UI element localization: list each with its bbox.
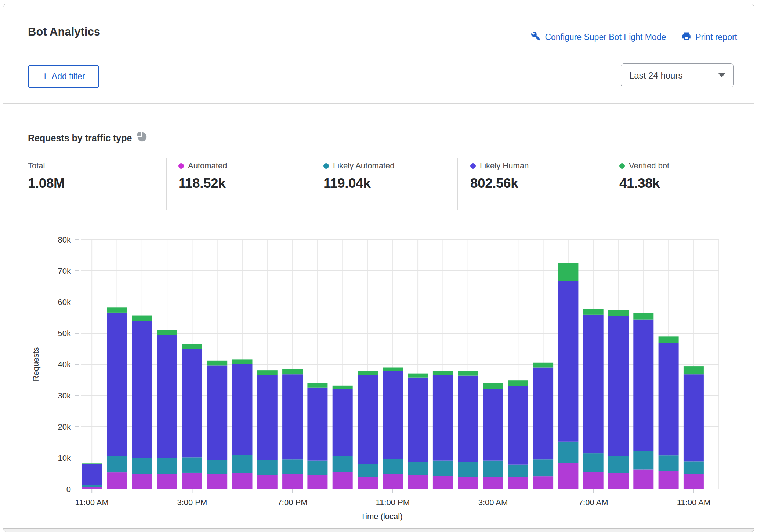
y-axis-tick-label: 70k [58,266,71,276]
bar-segment-verified-bot [583,309,604,315]
stat-verified-bot-label: Verified bot [629,161,669,171]
bar-segment-likely-automated [659,455,679,471]
bar-segment-verified-bot [232,359,253,364]
bar-segment-verified-bot [333,386,353,389]
bar-segment-automated [558,463,578,489]
bar-segment-likely-automated [157,458,177,474]
bar-segment-verified-bot [508,380,528,386]
chevron-down-icon [718,73,725,77]
x-axis-tick-label: 3:00 AM [478,498,508,507]
bar-segment-verified-bot [433,371,453,375]
bar-segment-verified-bot [684,366,704,374]
bar-segment-verified-bot [608,310,629,316]
bar-segment-likely-automated [583,453,604,472]
stat-likely-automated-value: 119.04k [323,176,395,191]
y-axis-tick-label: 20k [58,422,71,431]
bar-segment-verified-bot [82,463,102,464]
pie-chart-icon [137,132,147,144]
bar-segment-automated [232,473,253,489]
bar-segment-likely-human [558,281,578,442]
bar-segment-automated [182,473,202,489]
wrench-icon [531,31,541,43]
time-range-select[interactable]: Last 24 hours [621,63,734,87]
bar-segment-likely-automated [232,455,253,473]
bar-segment-likely-human [82,464,102,485]
bar-segment-likely-human [132,321,152,458]
traffic-type-stacked-bar-chart: 010k20k30k40k50k60k70k80k11:00 AM3:00 PM… [3,221,754,521]
bar-segment-verified-bot [157,330,177,335]
bar-segment-likely-automated [533,459,553,476]
y-axis-tick-label: 0 [66,485,71,494]
bar-segment-automated [684,474,704,489]
stat-likely-human-label: Likely Human [480,161,529,171]
stat-divider [166,158,167,210]
bar-segment-likely-automated [132,458,152,474]
bar-segment-verified-bot [533,363,553,368]
bar-segment-likely-automated [558,442,578,463]
bar-segment-automated [458,477,478,489]
stat-total-label: Total [28,161,45,171]
bar-segment-likely-human [383,371,403,459]
bar-segment-likely-human [107,313,127,456]
stat-verified-bot-value: 41.38k [619,176,669,191]
stat-likely-automated-label: Likely Automated [333,161,395,171]
bar-segment-likely-human [608,316,629,456]
stat-likely-automated: Likely Automated 119.04k [323,161,395,191]
bar-segment-likely-automated [307,461,327,475]
bar-segment-automated [282,474,303,489]
bar-segment-automated [533,476,553,489]
bar-segment-automated [107,472,127,489]
stat-divider [457,158,458,210]
bar-segment-likely-human [207,365,227,460]
bot-analytics-card: Bot Analytics Configure Super Bot Fight … [3,4,754,532]
configure-super-bot-fight-mode-link[interactable]: Configure Super Bot Fight Mode [531,31,666,43]
bar-segment-likely-automated [433,461,453,476]
bar-segment-verified-bot [282,369,303,375]
print-report-link[interactable]: Print report [681,31,737,43]
bar-segment-verified-bot [132,316,152,321]
bar-segment-likely-automated [257,460,278,475]
bar-segment-automated [408,475,428,489]
bar-segment-verified-bot [207,361,227,366]
bar-segment-verified-bot [633,313,653,320]
bar-segment-verified-bot [408,374,428,378]
bar-segment-verified-bot [659,336,679,343]
bar-segment-likely-human [307,388,327,461]
bar-segment-likely-human [533,368,553,460]
y-axis-tick-label: 80k [58,235,71,244]
bar-segment-automated [659,471,679,489]
stat-automated-label: Automated [188,161,227,171]
bar-segment-verified-bot [383,368,403,371]
bar-segment-automated [508,477,528,489]
bar-segment-automated [433,476,453,489]
next-card-edge [3,528,754,532]
bar-segment-likely-human [659,343,679,455]
bar-segment-verified-bot [107,307,127,313]
bar-segment-automated [633,469,653,489]
bar-segment-automated [82,487,102,489]
y-axis-tick-label: 10k [58,453,71,463]
stat-automated: Automated 118.52k [178,161,227,191]
add-filter-button[interactable]: + Add filter [28,65,99,88]
y-axis-tick-label: 50k [58,329,71,338]
y-axis-tick-label: 30k [58,391,71,400]
header-actions: Configure Super Bot Fight Mode Print rep… [531,31,737,43]
bar-segment-likely-automated [684,461,704,474]
x-axis-tick-label: 11:00 AM [677,498,710,507]
bar-segment-automated [132,474,152,489]
bar-segment-automated [157,474,177,489]
bar-segment-likely-human [583,315,604,453]
bar-segment-likely-automated [333,456,353,472]
bar-segment-automated [608,473,629,489]
bar-segment-likely-human [508,386,528,465]
y-axis-title: Requests [31,347,40,382]
bar-segment-automated [358,477,378,489]
bar-segment-likely-automated [207,460,227,474]
bar-segment-likely-human [408,378,428,462]
bar-segment-likely-automated [107,456,127,472]
bar-segment-likely-human [684,374,704,461]
likely-automated-legend-dot [323,163,329,169]
bar-segment-likely-human [458,376,478,462]
bar-segment-likely-human [433,375,453,461]
x-axis-tick-label: 3:00 PM [177,498,207,507]
